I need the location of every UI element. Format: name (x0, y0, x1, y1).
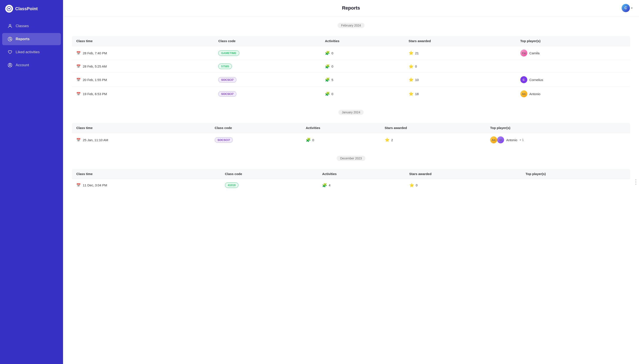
col-activities-feb: Activities (321, 36, 404, 46)
stars-value: 0 (415, 64, 417, 68)
player-name: Antonio (506, 138, 517, 142)
star-icon: ⭐ (409, 64, 413, 69)
table-row[interactable]: 📅 25 Jan, 11:10 AM SOCSCI7 🧩 0 (72, 133, 630, 147)
col-activities-jan: Activities (301, 123, 380, 133)
table-row[interactable]: 📅 28 Feb, 7:40 PM GAMETIME 🧩 0 (72, 46, 630, 60)
cell-activities: 🧩 4 (318, 179, 405, 192)
cell-top-player: An Antonio (516, 87, 630, 101)
sidebar-label-liked: Liked activities (16, 50, 40, 54)
logo: ClassPoint (0, 0, 63, 17)
chevron-down-icon: ▾ (631, 6, 632, 10)
time-value: 25 Jan, 11:10 AM (83, 138, 108, 142)
svg-point-5 (9, 64, 11, 65)
cell-code: SOCSCI7 (210, 133, 301, 147)
time-value: 20 Feb, 1:55 PM (83, 78, 107, 82)
section-january-2024: January 2024 Class time Class code Activ… (72, 110, 630, 147)
col-top-player-dec: Top player(s) (521, 169, 630, 179)
time-value: 11 Dec, 3:04 PM (83, 183, 107, 187)
cell-stars: ⭐ 21 (404, 46, 516, 60)
col-class-time-dec: Class time (72, 169, 221, 179)
table-row[interactable]: 📅 20 Feb, 1:55 PM SOCSCI7 🧩 5 (72, 73, 630, 87)
sidebar-item-reports[interactable]: Reports (2, 33, 61, 45)
main-header: Reports C ▾ (63, 0, 639, 16)
col-class-code-jan: Class code (210, 123, 301, 133)
col-class-time-feb: Class time (72, 36, 214, 46)
sidebar-item-classes[interactable]: Classes (2, 20, 61, 32)
puzzle-icon: 🧩 (325, 77, 330, 82)
activities-value: 5 (332, 78, 333, 82)
table-feb: Class time Class code Activities Stars a… (72, 36, 630, 101)
table-jan: Class time Class code Activities Stars a… (72, 123, 630, 147)
activities-value: 0 (332, 92, 333, 96)
table-row[interactable]: 📅 19 Feb, 6:53 PM SOCSCI7 🧩 0 (72, 87, 630, 101)
time-value: 28 Feb, 7:40 PM (83, 51, 107, 55)
puzzle-icon: 🧩 (306, 138, 310, 142)
section-february-2024: February 2024 Class time Class code Acti… (72, 23, 630, 101)
cell-stars: ⭐ 2 (380, 133, 486, 147)
table-row[interactable]: 📅 28 Feb, 5:25 AM 57585 🧩 0 (72, 60, 630, 73)
cell-time: 📅 25 Jan, 11:10 AM (72, 133, 210, 147)
sidebar-label-reports: Reports (16, 37, 30, 41)
activities-value: 0 (332, 64, 333, 68)
heart-icon (8, 50, 13, 55)
code-badge: SOCSCI7 (218, 77, 236, 82)
cell-code: GAMETIME (214, 46, 321, 60)
code-badge: SOCSCI7 (215, 137, 233, 143)
player-name: Antonio (529, 92, 540, 96)
calendar-icon: 📅 (76, 92, 81, 96)
player-avatar: An (520, 90, 527, 97)
scroll-dot (635, 182, 636, 183)
activities-value: 0 (332, 51, 333, 55)
code-badge: GAMETIME (218, 50, 239, 56)
col-activities-dec: Activities (318, 169, 405, 179)
col-top-player-jan: Top player(s) (486, 123, 630, 133)
cell-time: 📅 11 Dec, 3:04 PM (72, 179, 221, 192)
cell-top-player (516, 60, 630, 73)
cell-code: 41019 (221, 179, 318, 192)
col-top-player-feb: Top player(s) (516, 36, 630, 46)
table-row[interactable]: 📅 11 Dec, 3:04 PM 41019 🧩 4 (72, 179, 630, 192)
time-value: 28 Feb, 5:25 AM (83, 64, 107, 68)
player-avatars-stack: An U (490, 136, 504, 143)
sidebar-item-account[interactable]: Account (2, 59, 61, 71)
star-icon: ⭐ (409, 92, 413, 96)
col-stars-jan: Stars awarded (380, 123, 486, 133)
col-stars-feb: Stars awarded (404, 36, 516, 46)
activities-value: 4 (329, 183, 330, 187)
month-label-jan: January 2024 (339, 110, 364, 115)
table-header-row-dec: Class time Class code Activities Stars a… (72, 169, 630, 179)
player-avatar: Ca (520, 50, 527, 56)
person-icon (8, 24, 13, 29)
logo-icon (5, 5, 13, 12)
stars-value: 0 (416, 183, 418, 187)
sidebar-item-liked[interactable]: Liked activities (2, 46, 61, 58)
player-avatar-user2: U (497, 136, 504, 143)
cell-time: 📅 28 Feb, 5:25 AM (72, 60, 214, 73)
col-stars-dec: Stars awarded (405, 169, 521, 179)
account-icon (8, 62, 13, 68)
scroll-indicator (635, 180, 636, 185)
cell-activities: 🧩 5 (321, 73, 404, 87)
puzzle-icon: 🧩 (325, 64, 330, 69)
cell-code: 57585 (214, 60, 321, 73)
user-menu[interactable]: C ▾ (622, 4, 632, 12)
col-class-code-feb: Class code (214, 36, 321, 46)
main-content: Reports C ▾ February 2024 Class time Cla… (63, 0, 639, 364)
avatar[interactable]: C (622, 4, 630, 12)
player-name: Cornelius (529, 78, 543, 82)
cell-code: SOCSCI7 (214, 73, 321, 87)
page-title: Reports (342, 5, 360, 11)
sidebar-label-classes: Classes (16, 24, 29, 28)
calendar-icon: 📅 (76, 51, 81, 55)
col-class-time-jan: Class time (72, 123, 210, 133)
code-badge: SOCSCI7 (218, 91, 236, 97)
player-avatar: C (520, 76, 527, 83)
time-value: 19 Feb, 6:53 PM (83, 92, 107, 96)
cell-stars: ⭐ 10 (404, 73, 516, 87)
stars-value: 18 (415, 92, 419, 96)
svg-point-1 (9, 24, 11, 26)
puzzle-icon: 🧩 (325, 92, 330, 96)
sidebar-label-account: Account (16, 63, 29, 67)
table-dec: Class time Class code Activities Stars a… (72, 169, 630, 192)
cell-activities: 🧩 0 (321, 60, 404, 73)
